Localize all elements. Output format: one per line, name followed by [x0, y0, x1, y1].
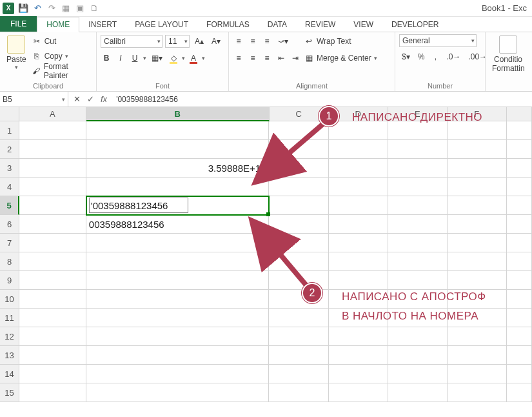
- format-painter-button[interactable]: 🖌 Format Painter: [32, 64, 92, 78]
- number-format-select[interactable]: General: [399, 34, 477, 47]
- cell-b6[interactable]: 00359888123456: [86, 215, 270, 234]
- cell[interactable]: [269, 346, 328, 365]
- cell[interactable]: [269, 365, 328, 383]
- tab-developer[interactable]: DEVELOPER: [382, 17, 448, 32]
- cell[interactable]: [448, 346, 507, 365]
- cell[interactable]: [388, 252, 448, 271]
- tab-view[interactable]: VIEW: [344, 17, 382, 32]
- row-header[interactable]: 9: [0, 271, 19, 290]
- cell[interactable]: [507, 140, 532, 159]
- cell[interactable]: [86, 365, 270, 383]
- cell[interactable]: [448, 159, 507, 178]
- cell[interactable]: [19, 327, 86, 346]
- cell[interactable]: [329, 178, 388, 196]
- conditional-formatting-button[interactable]: Conditio Formattin: [489, 34, 527, 74]
- increase-decimal-icon[interactable]: .0→: [444, 50, 463, 63]
- cell[interactable]: [19, 346, 86, 365]
- cell[interactable]: [86, 327, 270, 346]
- col-header[interactable]: E: [388, 107, 448, 121]
- cell[interactable]: [329, 196, 388, 215]
- align-center-icon[interactable]: ≡: [247, 52, 259, 65]
- tab-file[interactable]: FILE: [0, 16, 37, 32]
- enter-icon[interactable]: ✓: [87, 94, 94, 104]
- increase-indent-icon[interactable]: ⇥: [290, 52, 301, 65]
- col-header[interactable]: D: [329, 107, 388, 121]
- copy-button[interactable]: ⎘ Copy ▾: [32, 49, 92, 63]
- cell[interactable]: [19, 159, 86, 178]
- align-right-icon[interactable]: ≡: [261, 52, 273, 65]
- cell[interactable]: [269, 309, 328, 327]
- cell[interactable]: [388, 140, 448, 159]
- tab-page-layout[interactable]: PAGE LAYOUT: [126, 17, 197, 32]
- cell[interactable]: [86, 290, 270, 309]
- row-header[interactable]: 15: [0, 383, 19, 402]
- col-header-selected[interactable]: B: [86, 107, 270, 121]
- cell[interactable]: [19, 290, 86, 309]
- cell[interactable]: [19, 121, 86, 140]
- row-header[interactable]: 11: [0, 309, 19, 327]
- cell[interactable]: [329, 290, 388, 309]
- cell[interactable]: [86, 234, 270, 252]
- cell[interactable]: [86, 346, 270, 365]
- cell[interactable]: [388, 290, 448, 309]
- bold-button[interactable]: B: [101, 52, 112, 65]
- accounting-format-icon[interactable]: $▾: [399, 50, 413, 63]
- cell[interactable]: [448, 365, 507, 383]
- row-header[interactable]: 12: [0, 327, 19, 346]
- cell[interactable]: [448, 140, 507, 159]
- cell[interactable]: [388, 121, 448, 140]
- tab-insert[interactable]: INSERT: [79, 17, 126, 32]
- cell[interactable]: [19, 234, 86, 252]
- cell[interactable]: [329, 215, 388, 234]
- row-header[interactable]: 13: [0, 346, 19, 365]
- cell[interactable]: [86, 140, 270, 159]
- cell[interactable]: [507, 178, 532, 196]
- cell[interactable]: [329, 346, 388, 365]
- cell[interactable]: [269, 178, 328, 196]
- cell[interactable]: [329, 327, 388, 346]
- cell[interactable]: [388, 271, 448, 290]
- cell[interactable]: [269, 383, 328, 402]
- cell[interactable]: [86, 309, 270, 327]
- qat-icon[interactable]: ▦: [61, 3, 71, 14]
- row-header[interactable]: 3: [0, 159, 19, 178]
- cell[interactable]: [19, 196, 86, 215]
- percent-format-icon[interactable]: %: [415, 50, 428, 63]
- row-header[interactable]: 7: [0, 234, 19, 252]
- cell[interactable]: [329, 252, 388, 271]
- tab-data[interactable]: DATA: [259, 17, 296, 32]
- cell[interactable]: [388, 215, 448, 234]
- font-name-select[interactable]: Calibri: [101, 35, 163, 48]
- cell[interactable]: [507, 215, 532, 234]
- cell-b5-edit-inner[interactable]: '00359888123456: [89, 198, 188, 213]
- cell[interactable]: [19, 365, 86, 383]
- row-header[interactable]: 8: [0, 252, 19, 271]
- align-left-icon[interactable]: ≡: [233, 52, 244, 65]
- row-header[interactable]: 6: [0, 215, 19, 234]
- cell[interactable]: [329, 140, 388, 159]
- tab-review[interactable]: REVIEW: [296, 17, 344, 32]
- cell[interactable]: [448, 178, 507, 196]
- cell[interactable]: [448, 327, 507, 346]
- cell[interactable]: [507, 196, 532, 215]
- cell[interactable]: [507, 121, 532, 140]
- cell[interactable]: [86, 121, 270, 140]
- cell[interactable]: [329, 309, 388, 327]
- select-all-corner[interactable]: [0, 107, 19, 121]
- col-header[interactable]: [507, 107, 532, 121]
- cell[interactable]: [329, 365, 388, 383]
- row-header[interactable]: 1: [0, 121, 19, 140]
- cell-b5-editing[interactable]: '00359888123456: [86, 196, 270, 215]
- cell[interactable]: [388, 178, 448, 196]
- undo-icon[interactable]: ↶: [32, 3, 43, 14]
- cell[interactable]: [329, 271, 388, 290]
- cell[interactable]: [448, 290, 507, 309]
- cell[interactable]: [448, 215, 507, 234]
- cell[interactable]: [388, 346, 448, 365]
- wrap-text-button[interactable]: ↩ Wrap Text: [304, 34, 377, 48]
- align-bottom-icon[interactable]: ≡: [261, 35, 273, 48]
- cell[interactable]: [507, 290, 532, 309]
- cell[interactable]: [507, 252, 532, 271]
- cell[interactable]: [507, 309, 532, 327]
- merge-center-button[interactable]: ▦ Merge & Center ▾: [304, 51, 377, 65]
